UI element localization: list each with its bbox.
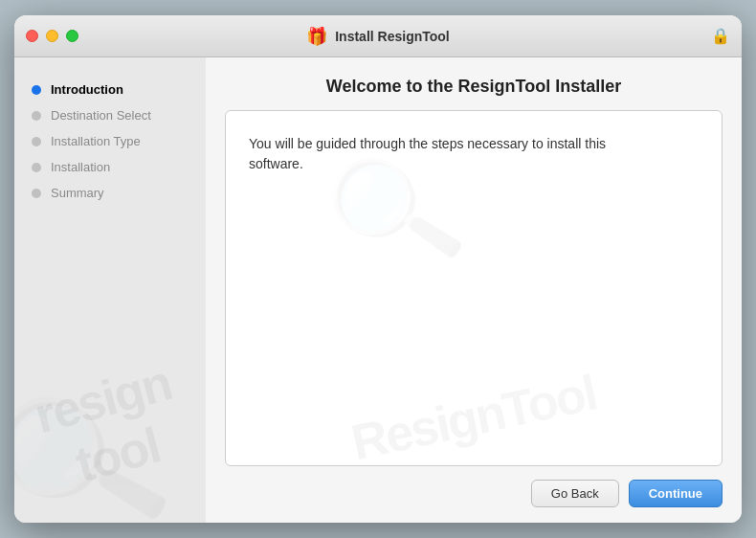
sidebar-label-installation-type: Installation Type	[51, 134, 141, 148]
sidebar-label-installation: Installation	[51, 160, 110, 174]
sidebar-item-installation[interactable]: Installation	[14, 154, 206, 180]
sidebar-label-summary: Summary	[51, 186, 104, 200]
app-icon: 🎁	[306, 26, 327, 47]
sidebar-item-installation-type[interactable]: Installation Type	[14, 128, 206, 154]
footer: Go Back Continue	[225, 466, 723, 507]
sidebar-item-summary[interactable]: Summary	[14, 180, 206, 206]
sidebar-label-introduction: Introduction	[51, 82, 123, 97]
panel-title: Welcome to the ResignTool Installer	[225, 77, 723, 97]
right-panel: Welcome to the ResignTool Installer 🔍 Re…	[206, 57, 742, 523]
minimize-button[interactable]	[46, 30, 58, 42]
dot-summary	[32, 189, 41, 198]
window-title: Install ResignTool	[335, 29, 450, 44]
sidebar-bg-text: resigntool	[14, 345, 206, 510]
continue-button[interactable]: Continue	[629, 480, 723, 507]
sidebar-item-introduction[interactable]: Introduction	[14, 77, 206, 102]
sidebar-label-destination-select: Destination Select	[51, 108, 151, 123]
main-content: 🔍 resigntool Introduction Destination Se…	[14, 57, 742, 523]
sidebar-bg-icon: 🔍	[14, 365, 180, 523]
content-box: 🔍 ResignTool You will be guided through …	[225, 110, 723, 466]
go-back-button[interactable]: Go Back	[531, 480, 619, 507]
title-bar: 🎁 Install ResignTool 🔒	[14, 15, 742, 57]
content-description: You will be guided through the steps nec…	[249, 134, 651, 174]
installer-window: 🎁 Install ResignTool 🔒 🔍 resigntool Intr…	[14, 15, 742, 523]
watermark-text: ResignTool	[346, 364, 601, 466]
dot-installation	[32, 163, 41, 172]
title-bar-content: 🎁 Install ResignTool	[306, 26, 450, 47]
sidebar: 🔍 resigntool Introduction Destination Se…	[14, 57, 206, 523]
dot-introduction	[32, 85, 41, 95]
lock-icon: 🔒	[711, 27, 730, 45]
traffic-lights	[26, 30, 78, 42]
sidebar-item-destination-select[interactable]: Destination Select	[14, 102, 206, 128]
dot-installation-type	[32, 137, 41, 146]
maximize-button[interactable]	[66, 30, 78, 42]
dot-destination-select	[32, 111, 41, 121]
close-button[interactable]	[26, 30, 38, 42]
